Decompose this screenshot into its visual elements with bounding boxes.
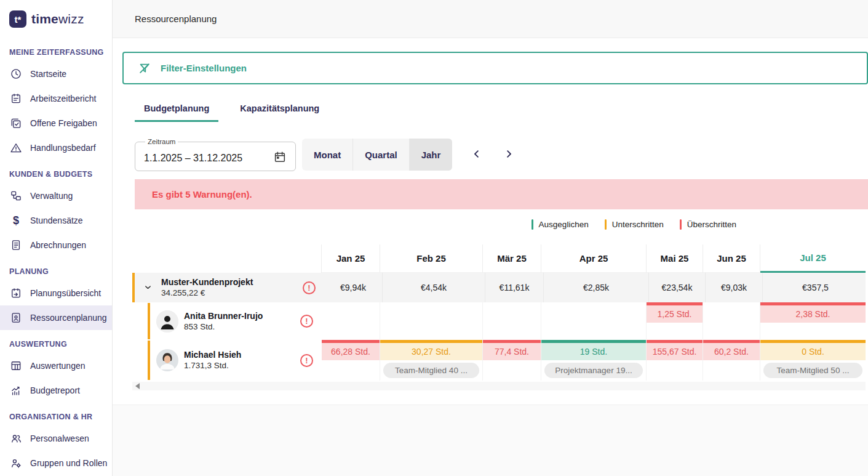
- person-name: Anita Brunner-Irujo: [184, 311, 263, 321]
- avatar-michael: [156, 349, 178, 371]
- month-header-row: Jan 25 Feb 25 Mär 25 Apr 25 Mai 25 Jun 2…: [132, 244, 866, 273]
- legend-item-ueberschritten: Überschritten: [680, 219, 736, 230]
- green-bar-icon: [532, 219, 533, 230]
- project-month-value[interactable]: €357,5: [763, 273, 868, 302]
- warning-banner-text: Es gibt 5 Warnung(en).: [152, 189, 252, 200]
- month-header: Apr 25: [541, 244, 647, 273]
- plan-band[interactable]: 155,67 Std.: [647, 340, 703, 360]
- sidebar-item-personalwesen[interactable]: Personalwesen: [0, 426, 112, 451]
- project-month-value[interactable]: €11,61k: [485, 273, 544, 302]
- person-warning-icon[interactable]: !: [300, 354, 313, 367]
- chevron-right-icon: [503, 148, 514, 159]
- sidebar-item-offene-freigaben[interactable]: Offene Freigaben: [0, 111, 112, 135]
- warning-triangle-icon: [9, 141, 23, 155]
- topbar: Ressourcenplanung: [113, 0, 868, 38]
- project-month-value[interactable]: €23,54k: [649, 273, 706, 302]
- people-icon: [9, 432, 23, 445]
- next-period-button[interactable]: [501, 147, 516, 162]
- logo-badge-icon: t*: [9, 10, 26, 28]
- project-name-block: Muster-Kundenprojekt 34.255,22 €: [161, 277, 253, 298]
- content-panel: Filter-Einstellungen Budgetplanung Kapaz…: [113, 38, 868, 405]
- date-range-input[interactable]: [144, 153, 255, 164]
- project-month-value[interactable]: €4,54k: [383, 273, 485, 302]
- project-month-value[interactable]: €2,85k: [544, 273, 649, 302]
- person-row-michael[interactable]: Michael Hsieh 1.731,3 Std. ! 66,28 Std. …: [132, 340, 866, 381]
- period-button-quartal[interactable]: Quartal: [353, 139, 410, 171]
- info-column-header: [132, 244, 322, 273]
- tab-kapazitaetsplanung[interactable]: Kapazitätsplanung: [231, 97, 328, 122]
- tab-budgetplanung[interactable]: Budgetplanung: [135, 97, 218, 122]
- chart-trend-icon: [9, 384, 23, 397]
- month-header: Jun 25: [703, 244, 760, 273]
- period-button-jahr[interactable]: Jahr: [410, 139, 453, 171]
- sidebar-item-verwaltung[interactable]: Verwaltung: [0, 184, 112, 208]
- person-info-cell: Anita Brunner-Irujo 853 Std. !: [132, 302, 322, 340]
- horizontal-scrollbar[interactable]: [132, 382, 866, 390]
- warning-banner: Es gibt 5 Warnung(en).: [135, 179, 868, 209]
- chevron-left-icon: [471, 148, 482, 159]
- previous-period-button[interactable]: [469, 147, 484, 162]
- avatar-anita: [156, 310, 178, 333]
- project-name: Muster-Kundenprojekt: [161, 277, 253, 288]
- person-name-block: Anita Brunner-Irujo 853 Std.: [184, 311, 263, 332]
- plan-cell: [703, 302, 760, 340]
- plan-cell: 0 Std. Team-Mitglied 50 ...: [760, 340, 866, 381]
- plan-cell: 2,38 Std.: [760, 302, 866, 340]
- plan-cell: 155,67 Std.: [647, 340, 703, 381]
- scroll-left-icon[interactable]: [135, 383, 140, 389]
- plan-band[interactable]: 0 Std.: [760, 340, 866, 360]
- sidebar-item-planungsuebersicht[interactable]: Planungsübersicht: [0, 281, 112, 305]
- sidebar-item-handlungsbedarf[interactable]: Handlungsbedarf: [0, 135, 112, 160]
- sidebar-item-arbeitszeitbericht[interactable]: Arbeitszeitbericht: [0, 86, 112, 111]
- controls-row: Zeitraum Monat Quartal Jahr: [135, 138, 868, 171]
- legend-item-ausgeglichen: Ausgeglichen: [532, 219, 589, 230]
- person-info-cell: Michael Hsieh 1.731,3 Std. !: [132, 340, 322, 381]
- project-info-cell: Muster-Kundenprojekt 34.255,22 € !: [135, 273, 324, 302]
- plan-cell: 60,2 Std.: [703, 340, 760, 381]
- plan-band[interactable]: 77,4 Std.: [483, 340, 541, 360]
- section-label-kunden-budgets: KUNDEN & BUDGETS: [0, 160, 112, 184]
- sidebar-item-gruppen-und-rollen[interactable]: Gruppen und Rollen: [0, 451, 112, 475]
- project-warning-icon[interactable]: !: [303, 281, 316, 294]
- plan-band[interactable]: 1,25 Std.: [647, 302, 703, 323]
- sidebar-item-budgetreport[interactable]: Budgetreport: [0, 378, 112, 403]
- plan-band[interactable]: 30,27 Std.: [380, 340, 482, 360]
- plan-band[interactable]: 66,28 Std.: [322, 340, 380, 360]
- role-pill[interactable]: Team-Mitglied 50 ...: [763, 363, 862, 378]
- date-range-field[interactable]: Zeitraum: [135, 138, 296, 171]
- person-row-anita[interactable]: Anita Brunner-Irujo 853 Std. ! 1,25 Std.…: [132, 302, 866, 340]
- filter-settings-toggle[interactable]: Filter-Einstellungen: [122, 52, 868, 84]
- project-row[interactable]: Muster-Kundenprojekt 34.255,22 € ! €9,94…: [132, 273, 866, 302]
- project-month-value[interactable]: €9,03k: [706, 273, 763, 302]
- dollar-icon: $: [9, 214, 23, 227]
- sidebar-item-ressourcenplanung[interactable]: Ressourcenplanung: [0, 305, 112, 330]
- legend-item-unterschritten: Unterschritten: [605, 219, 664, 230]
- role-pill[interactable]: Projektmanager 19...: [544, 363, 643, 378]
- plan-band[interactable]: 19 Std.: [541, 340, 646, 360]
- person-total-hours: 1.731,3 Std.: [184, 360, 241, 371]
- plan-cell: 66,28 Std.: [322, 340, 380, 381]
- plan-band[interactable]: 2,38 Std.: [760, 302, 866, 323]
- person-warning-icon[interactable]: !: [300, 315, 313, 328]
- plan-cell: 19 Std. Projektmanager 19...: [541, 340, 647, 381]
- chevron-down-icon[interactable]: [143, 283, 153, 292]
- sidebar-item-abrechnungen[interactable]: Abrechnungen: [0, 233, 112, 257]
- plan-cell: [541, 302, 647, 340]
- period-toggle-group: Monat Quartal Jahr: [302, 139, 452, 171]
- plan-cell: [483, 302, 541, 340]
- table-icon: [9, 359, 23, 373]
- plan-band[interactable]: 60,2 Std.: [703, 340, 760, 360]
- page-title: Ressourcenplanung: [135, 14, 217, 24]
- filter-off-icon: [138, 62, 151, 75]
- sidebar-item-stundensaetze[interactable]: $ Stundensätze: [0, 208, 112, 233]
- sidebar-item-auswertungen[interactable]: Auswertungen: [0, 353, 112, 378]
- project-month-value[interactable]: €9,94k: [324, 273, 383, 302]
- period-button-monat[interactable]: Monat: [302, 139, 353, 171]
- status-legend: Ausgeglichen Unterschritten Überschritte…: [113, 217, 736, 231]
- plan-cell: [322, 302, 380, 340]
- plan-cell: [380, 302, 483, 340]
- calendar-icon[interactable]: [272, 150, 288, 166]
- sidebar-item-startseite[interactable]: Startseite: [0, 62, 112, 86]
- role-pill[interactable]: Team-Mitglied 40 ...: [383, 363, 479, 378]
- section-label-planung: PLANUNG: [0, 257, 112, 281]
